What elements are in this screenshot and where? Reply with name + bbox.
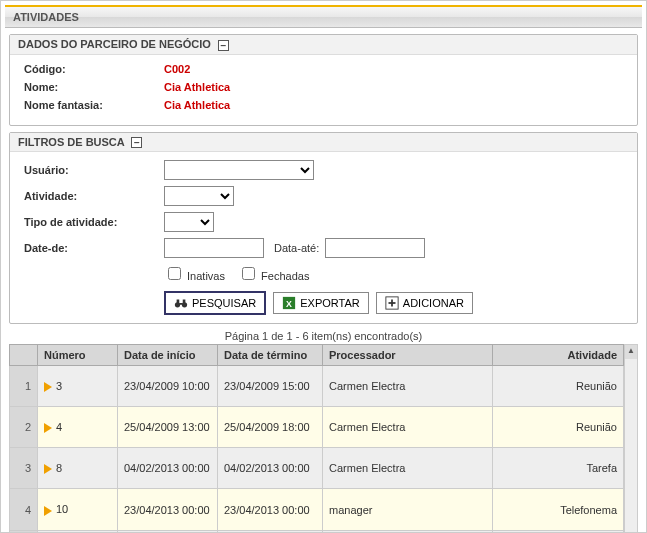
col-numero[interactable]: Número xyxy=(38,345,118,366)
col-inicio[interactable]: Data de início xyxy=(118,345,218,366)
cell-numero[interactable]: 3 xyxy=(38,366,118,407)
date-de-input[interactable] xyxy=(164,238,264,258)
filters-header-label: FILTROS DE BUSCA xyxy=(18,136,124,148)
fechadas-option[interactable]: Fechadas xyxy=(238,270,309,282)
page-title: ATIVIDADES xyxy=(5,5,642,28)
arrow-right-icon xyxy=(44,464,52,474)
filters-panel-header: FILTROS DE BUSCA − xyxy=(10,133,637,153)
atividade-select[interactable] xyxy=(164,186,234,206)
cell-termino: 23/04/2013 00:00 xyxy=(218,489,323,530)
fantasia-value: Cia Athletica xyxy=(164,99,230,111)
table-row[interactable]: 3804/02/2013 00:0004/02/2013 00:00Carmen… xyxy=(10,448,624,489)
col-termino[interactable]: Data de término xyxy=(218,345,323,366)
cell-termino: 23/04/2009 15:00 xyxy=(218,366,323,407)
usuario-label: Usuário: xyxy=(24,164,164,176)
codigo-value: C002 xyxy=(164,63,190,75)
usuario-select[interactable] xyxy=(164,160,314,180)
binoculars-icon xyxy=(174,296,188,310)
tipo-label: Tipo de atividade: xyxy=(24,216,164,228)
cell-atividade: Reunião xyxy=(493,366,624,407)
minus-icon[interactable]: − xyxy=(131,137,142,148)
cell-processador: Carmen Electra xyxy=(323,366,493,407)
nome-value: Cia Athletica xyxy=(164,81,230,93)
results-table: Número Data de início Data de término Pr… xyxy=(9,344,624,533)
cell-processador: Carmen Electra xyxy=(323,407,493,448)
excel-icon: X xyxy=(282,296,296,310)
nome-label: Nome: xyxy=(24,81,164,93)
atividade-label: Atividade: xyxy=(24,190,164,202)
cell-atividade: Reunião xyxy=(493,407,624,448)
cell-processador: Carmen Electra xyxy=(323,448,493,489)
codigo-label: Código: xyxy=(24,63,164,75)
col-processador[interactable]: Processador xyxy=(323,345,493,366)
pagination-info: Página 1 de 1 - 6 item(ns) encontrado(s) xyxy=(5,330,642,342)
inativas-checkbox[interactable] xyxy=(168,267,181,280)
arrow-right-icon xyxy=(44,382,52,392)
filters-panel: FILTROS DE BUSCA − Usuário: Atividade: T… xyxy=(9,132,638,325)
svg-rect-3 xyxy=(177,300,180,304)
table-row[interactable]: 2425/04/2009 13:0025/04/2009 18:00Carmen… xyxy=(10,407,624,448)
row-index: 2 xyxy=(10,407,38,448)
row-index: 1 xyxy=(10,366,38,407)
data-ate-input[interactable] xyxy=(325,238,425,258)
scroll-up-icon[interactable]: ▲ xyxy=(625,345,637,359)
plus-icon xyxy=(385,296,399,310)
svg-text:X: X xyxy=(286,299,292,309)
col-rownum xyxy=(10,345,38,366)
cell-inicio: 25/04/2009 13:00 xyxy=(118,407,218,448)
exportar-button[interactable]: X EXPORTAR xyxy=(273,292,369,314)
svg-rect-4 xyxy=(183,300,186,304)
cell-numero[interactable]: 4 xyxy=(38,407,118,448)
cell-processador: manager xyxy=(323,489,493,530)
cell-numero[interactable]: 8 xyxy=(38,448,118,489)
cell-inicio: 23/04/2009 10:00 xyxy=(118,366,218,407)
vertical-scrollbar[interactable]: ▲ ▼ xyxy=(624,344,638,533)
table-row[interactable]: 1323/04/2009 10:0023/04/2009 15:00Carmen… xyxy=(10,366,624,407)
date-de-label: Date-de: xyxy=(24,242,164,254)
arrow-right-icon xyxy=(44,423,52,433)
minus-icon[interactable]: − xyxy=(218,40,229,51)
adicionar-button[interactable]: ADICIONAR xyxy=(376,292,473,314)
row-index: 4 xyxy=(10,489,38,530)
tipo-select[interactable] xyxy=(164,212,214,232)
arrow-right-icon xyxy=(44,506,52,516)
partner-header-label: DADOS DO PARCEIRO DE NEGÓCIO xyxy=(18,38,211,50)
cell-inicio: 04/02/2013 00:00 xyxy=(118,448,218,489)
partner-panel-header: DADOS DO PARCEIRO DE NEGÓCIO − xyxy=(10,35,637,55)
cell-numero[interactable]: 10 xyxy=(38,489,118,530)
cell-atividade: Telefonema xyxy=(493,489,624,530)
results-table-wrap: Número Data de início Data de término Pr… xyxy=(9,344,638,533)
fechadas-checkbox[interactable] xyxy=(242,267,255,280)
cell-atividade: Tarefa xyxy=(493,448,624,489)
cell-termino: 04/02/2013 00:00 xyxy=(218,448,323,489)
partner-panel: DADOS DO PARCEIRO DE NEGÓCIO − Código: C… xyxy=(9,34,638,126)
cell-termino: 25/04/2009 18:00 xyxy=(218,407,323,448)
svg-rect-2 xyxy=(179,303,183,305)
pesquisar-button[interactable]: PESQUISAR xyxy=(164,291,266,315)
col-atividade[interactable]: Atividade xyxy=(493,345,624,366)
inativas-option[interactable]: Inativas xyxy=(164,270,225,282)
row-index: 3 xyxy=(10,448,38,489)
cell-inicio: 23/04/2013 00:00 xyxy=(118,489,218,530)
table-row[interactable]: 41023/04/2013 00:0023/04/2013 00:00manag… xyxy=(10,489,624,530)
data-ate-label: Data-até: xyxy=(274,242,319,254)
fantasia-label: Nome fantasia: xyxy=(24,99,164,111)
